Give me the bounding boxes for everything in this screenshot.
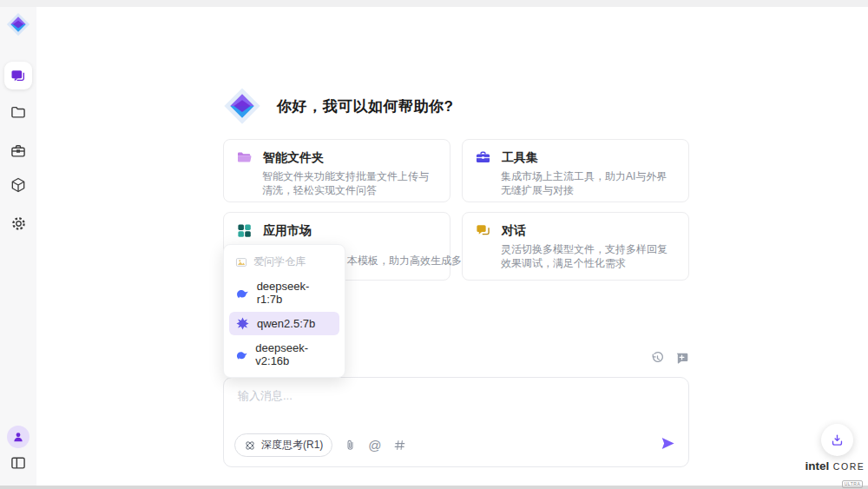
ultra-badge: ultra (842, 480, 864, 488)
cube-icon (10, 176, 27, 194)
deep-think-label: 深度思考(R1) (261, 438, 323, 453)
briefcase-icon (10, 142, 27, 160)
attachment-button[interactable] (344, 439, 357, 452)
model-group-header: 爱问学仓库 (229, 250, 339, 274)
card-description: 集成市场上主流工具，助力AI与外界无缝扩展与对接 (501, 169, 676, 197)
person-icon (11, 430, 25, 444)
window-top-strip (0, 0, 868, 7)
deepseek-icon (235, 286, 250, 301)
model-option-qwen[interactable]: qwen2.5:7b (229, 312, 339, 335)
model-option-label: deepseek-v2:16b (255, 341, 333, 367)
attachment-icon (344, 439, 357, 452)
assistant-logo-icon (223, 87, 261, 125)
sidebar-item-settings[interactable] (4, 209, 32, 237)
toolkit-icon (475, 149, 491, 166)
send-button[interactable] (660, 435, 676, 455)
model-option-label: qwen2.5:7b (257, 317, 315, 330)
card-title: 工具集 (502, 150, 538, 166)
model-option-deepseek-v2[interactable]: deepseek-v2:16b (229, 337, 339, 372)
deep-think-toggle[interactable]: 深度思考(R1) (234, 433, 332, 457)
composer-toolbar: 深度思考(R1) @ (234, 433, 406, 457)
window-bottom-strip (0, 486, 868, 489)
download-button[interactable] (821, 424, 853, 456)
gear-icon (10, 215, 28, 233)
message-input[interactable] (236, 387, 621, 426)
model-option-deepseek-r1[interactable]: deepseek-r1:7b (229, 275, 339, 310)
intel-core-badge: intel core ultra (804, 458, 866, 489)
history-icon (650, 351, 665, 366)
download-icon (830, 433, 845, 447)
app-logo (5, 11, 31, 37)
intel-logo-text: intel (806, 459, 830, 472)
greeting-title: 你好，我可以如何帮助你? (277, 96, 453, 116)
hash-icon (393, 439, 406, 452)
send-icon (660, 435, 676, 452)
card-description: 灵活切换多模型文件，支持多样回复效果调试，满足个性化需求 (501, 242, 676, 270)
sidebar-collapse-toggle[interactable] (4, 449, 32, 477)
mention-icon: @ (368, 439, 381, 452)
sidebar-item-toolbox[interactable] (4, 137, 32, 165)
hash-button[interactable] (393, 439, 406, 452)
card-description-partial: 本模板，助力高效生成多 (347, 254, 462, 268)
card-toolkit[interactable]: 工具集 集成市场上主流工具，助力AI与外界无缝扩展与对接 (462, 139, 689, 202)
message-composer: 深度思考(R1) @ (223, 377, 689, 467)
knowledge-base-icon (235, 256, 247, 268)
card-title: 应用市场 (263, 223, 312, 239)
history-button[interactable] (650, 351, 665, 366)
sidebar (0, 7, 36, 486)
new-chat-icon (674, 351, 689, 366)
card-description: 智能文件夹功能支持批量文件上传与清洗，轻松实现文件问答 (262, 169, 437, 197)
chat-icon (10, 67, 27, 84)
smart-folder-icon (236, 149, 253, 166)
mention-button[interactable]: @ (368, 439, 381, 452)
core-logo-text: core (833, 461, 865, 472)
sidebar-item-chat[interactable] (4, 62, 32, 89)
card-title: 智能文件夹 (263, 150, 324, 166)
model-option-label: deepseek-r1:7b (257, 280, 333, 306)
conversation-actions (650, 351, 689, 366)
sidebar-item-models[interactable] (4, 171, 32, 199)
panel-toggle-icon (10, 454, 27, 472)
app-logo-icon (6, 12, 30, 36)
folder-icon (10, 103, 27, 121)
deepseek-icon (235, 347, 248, 362)
qwen-icon (235, 316, 250, 331)
card-title: 对话 (502, 223, 526, 239)
app-market-icon (236, 222, 253, 239)
model-dropdown: 爱问学仓库 deepseek-r1:7b qwen2.5:7b deepseek… (223, 244, 345, 378)
card-dialog[interactable]: 对话 灵活切换多模型文件，支持多样回复效果调试，满足个性化需求 (462, 212, 689, 281)
sidebar-item-folders[interactable] (4, 98, 32, 126)
dialog-icon (475, 222, 491, 239)
model-group-label: 爱问学仓库 (253, 254, 306, 269)
new-chat-button[interactable] (674, 351, 689, 366)
card-smart-folder[interactable]: 智能文件夹 智能文件夹功能支持批量文件上传与清洗，轻松实现文件问答 (223, 139, 450, 202)
user-avatar[interactable] (7, 426, 30, 448)
deep-think-icon (244, 439, 256, 452)
greeting: 你好，我可以如何帮助你? (223, 87, 453, 125)
